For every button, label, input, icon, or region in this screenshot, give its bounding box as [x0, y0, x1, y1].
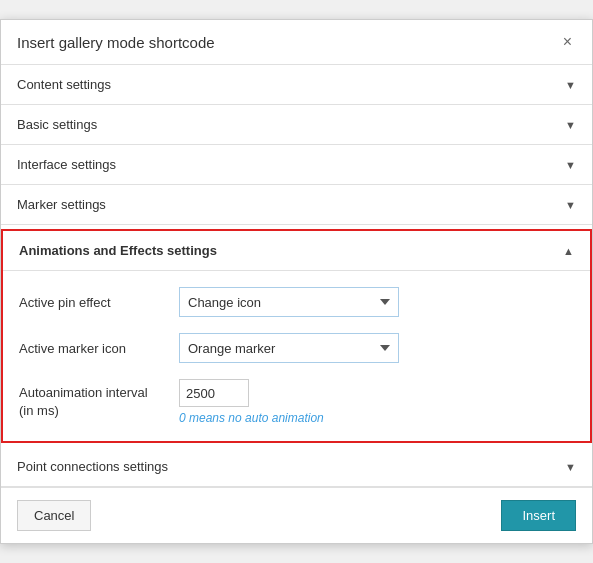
content-settings-label: Content settings [17, 77, 111, 92]
point-connections-arrow-icon: ▼ [565, 461, 576, 473]
autoanimation-hint: 0 means no auto animation [179, 411, 574, 425]
active-marker-icon-select[interactable]: Orange marker Blue marker Red marker Gre… [179, 333, 399, 363]
dialog-body: Content settings ▼ Basic settings ▼ Inte… [1, 65, 592, 487]
basic-settings-header[interactable]: Basic settings ▼ [1, 105, 592, 145]
interface-settings-header[interactable]: Interface settings ▼ [1, 145, 592, 185]
active-marker-icon-label: Active marker icon [19, 341, 179, 356]
autoanimation-interval-row: Autoanimation interval (in ms) 0 means n… [19, 379, 574, 425]
point-connections-label: Point connections settings [17, 459, 168, 474]
basic-settings-arrow-icon: ▼ [565, 119, 576, 131]
animations-effects-label: Animations and Effects settings [19, 243, 217, 258]
autoanimation-interval-label: Autoanimation interval (in ms) [19, 384, 179, 420]
content-settings-arrow-icon: ▼ [565, 79, 576, 91]
basic-settings-label: Basic settings [17, 117, 97, 132]
cancel-button[interactable]: Cancel [17, 500, 91, 531]
insert-button[interactable]: Insert [501, 500, 576, 531]
marker-settings-header[interactable]: Marker settings ▼ [1, 185, 592, 225]
dialog: Insert gallery mode shortcode × Content … [0, 19, 593, 544]
dialog-title: Insert gallery mode shortcode [17, 34, 215, 51]
autoanimation-interval-input[interactable] [179, 379, 249, 407]
active-pin-effect-row: Active pin effect Change icon None Bounc… [19, 287, 574, 317]
active-pin-effect-label: Active pin effect [19, 295, 179, 310]
animations-effects-section: Animations and Effects settings ▲ Active… [1, 229, 592, 443]
dialog-header: Insert gallery mode shortcode × [1, 20, 592, 65]
marker-settings-arrow-icon: ▼ [565, 199, 576, 211]
interface-settings-arrow-icon: ▼ [565, 159, 576, 171]
close-button[interactable]: × [559, 32, 576, 52]
dialog-footer: Cancel Insert [1, 487, 592, 543]
active-marker-icon-row: Active marker icon Orange marker Blue ma… [19, 333, 574, 363]
autoanimation-interval-control: 0 means no auto animation [179, 379, 574, 425]
point-connections-header[interactable]: Point connections settings ▼ [1, 447, 592, 487]
animations-effects-content: Active pin effect Change icon None Bounc… [3, 271, 590, 441]
animations-effects-header[interactable]: Animations and Effects settings ▲ [3, 231, 590, 271]
active-pin-effect-select[interactable]: Change icon None Bounce Pulse [179, 287, 399, 317]
active-pin-effect-control: Change icon None Bounce Pulse [179, 287, 574, 317]
content-settings-header[interactable]: Content settings ▼ [1, 65, 592, 105]
active-marker-icon-control: Orange marker Blue marker Red marker Gre… [179, 333, 574, 363]
marker-settings-label: Marker settings [17, 197, 106, 212]
interface-settings-label: Interface settings [17, 157, 116, 172]
animations-effects-arrow-icon: ▲ [563, 245, 574, 257]
